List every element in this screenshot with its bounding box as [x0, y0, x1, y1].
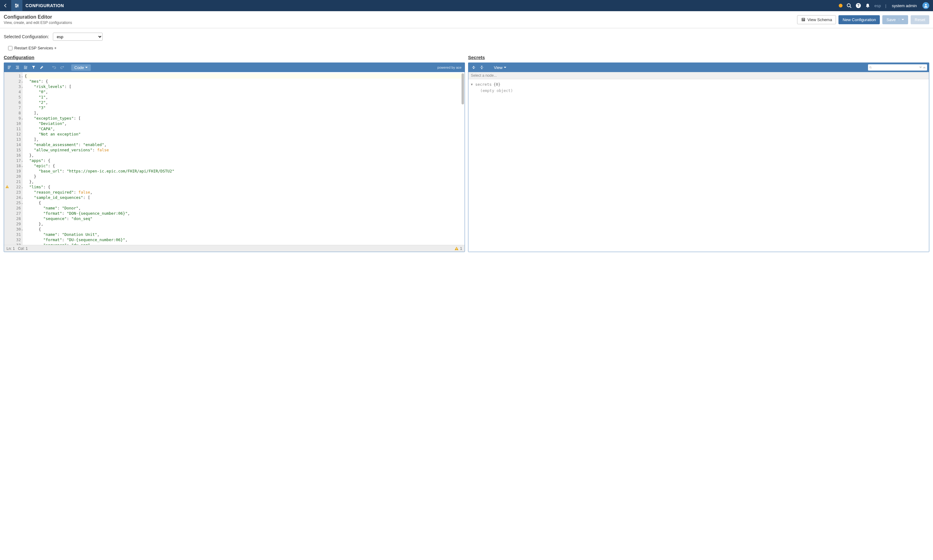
- code-line[interactable]: }: [25, 174, 465, 179]
- code-line[interactable]: "format": "DON-{sequence_number:06}",: [25, 211, 465, 216]
- code-line[interactable]: "0",: [25, 89, 465, 94]
- gutter-warning-icon: [5, 185, 9, 189]
- save-dropdown-chevron[interactable]: [899, 18, 904, 21]
- code-line[interactable]: "CAPA",: [25, 126, 465, 131]
- chevron-down-icon: [902, 18, 904, 21]
- caret-down-icon: [504, 66, 506, 69]
- code-line[interactable]: "Deviation",: [25, 121, 465, 126]
- gutter-line: 29: [4, 221, 23, 226]
- secrets-mode-label: View: [494, 65, 503, 70]
- tree-caret-icon[interactable]: ▼: [471, 83, 475, 86]
- code-line[interactable]: {: [25, 226, 465, 232]
- chevron-left-icon: [3, 3, 8, 8]
- gutter-line: 26: [4, 205, 23, 211]
- secrets-mode-dropdown[interactable]: View: [491, 64, 509, 71]
- gutter-line: 28: [4, 216, 23, 221]
- expand-all-button[interactable]: [470, 64, 477, 71]
- help-button[interactable]: ?: [856, 3, 861, 8]
- gutter-line: 10: [4, 121, 23, 126]
- search-button[interactable]: [846, 3, 852, 8]
- svg-point-6: [847, 4, 850, 7]
- code-line[interactable]: "1",: [25, 94, 465, 100]
- new-configuration-button[interactable]: New Configuration: [839, 15, 880, 24]
- secrets-title: Secrets: [468, 55, 929, 60]
- code-line[interactable]: "lims": {: [25, 184, 465, 189]
- collapse-all-button[interactable]: [478, 64, 485, 71]
- code-editor-body[interactable]: 1▾2▾3▾456789▾1011121314151617▾18▾1920212…: [4, 72, 465, 245]
- secrets-search-input[interactable]: [872, 65, 918, 69]
- code-line[interactable]: "name": "Donor",: [25, 205, 465, 211]
- gutter-line: 32: [4, 237, 23, 242]
- code-line[interactable]: },: [25, 179, 465, 184]
- secrets-tree[interactable]: ▼ secrets {0} (empty object): [468, 79, 929, 252]
- code-line[interactable]: "sample_id_sequences": [: [25, 195, 465, 200]
- gutter-line: 20: [4, 174, 23, 179]
- code-line[interactable]: "name": "Donation Unit",: [25, 232, 465, 237]
- restart-services-label: Restart ESP Services +: [14, 46, 57, 50]
- code-line[interactable]: "format": "DU-{sequence_number:06}",: [25, 237, 465, 242]
- code-line[interactable]: "base_url": "https://open-ic.epic.com/FH…: [25, 168, 465, 174]
- code-line[interactable]: },: [25, 152, 465, 158]
- gutter-line: 12: [4, 131, 23, 137]
- code-line[interactable]: "apps": {: [25, 158, 465, 163]
- config-toolbar: Code powered by ace: [4, 63, 465, 72]
- restart-services-checkbox[interactable]: [8, 46, 12, 50]
- code-line[interactable]: "epic": {: [25, 163, 465, 168]
- compact-button[interactable]: [14, 64, 21, 71]
- sort-button[interactable]: [22, 64, 29, 71]
- code-line[interactable]: {: [25, 73, 465, 78]
- gutter-line: 14: [4, 142, 23, 147]
- filter-button[interactable]: [30, 64, 37, 71]
- mode-dropdown[interactable]: Code: [71, 64, 91, 71]
- code-line[interactable]: "enable_assessment": "enabled",: [25, 142, 465, 147]
- filter-icon: [31, 65, 36, 69]
- gutter-line: 30▾: [4, 226, 23, 232]
- mode-label: Code: [74, 65, 84, 70]
- search-prev-icon[interactable]: [923, 66, 926, 69]
- code-line[interactable]: "allow_unpinned_versions": false: [25, 147, 465, 152]
- secrets-editor: View Select a node... ▼ secrets: [468, 63, 929, 252]
- notifications-button[interactable]: [865, 3, 870, 8]
- selected-config-select[interactable]: esp: [53, 32, 103, 41]
- save-button[interactable]: Save: [882, 15, 908, 24]
- avatar[interactable]: [922, 2, 929, 9]
- redo-button[interactable]: [59, 64, 66, 71]
- back-button[interactable]: [0, 0, 11, 11]
- code-line[interactable]: "sequence": "du_seq": [25, 242, 465, 245]
- sort-icon: [23, 65, 28, 69]
- undo-button[interactable]: [51, 64, 57, 71]
- status-dot: [839, 4, 842, 8]
- editor-statusbar: Ln: 1 Col: 1 1: [4, 245, 465, 252]
- format-button[interactable]: [6, 64, 13, 71]
- repair-button[interactable]: [38, 64, 45, 71]
- tree-empty-label: (empty object): [480, 88, 513, 93]
- view-schema-button[interactable]: View Schema: [797, 15, 836, 24]
- svg-text:?: ?: [857, 3, 860, 8]
- code-area[interactable]: { "mes": { "risk_levels": [ "0", "1", "2…: [23, 72, 465, 245]
- new-configuration-label: New Configuration: [842, 17, 876, 22]
- tree-root[interactable]: ▼ secrets {0}: [471, 81, 927, 87]
- editor-scrollbar[interactable]: [461, 73, 464, 105]
- code-line[interactable]: "sequence": "don_seq": [25, 216, 465, 221]
- secrets-search-box[interactable]: [868, 64, 927, 71]
- gutter-line: 15: [4, 147, 23, 152]
- reset-label: Reset: [914, 17, 925, 22]
- user-icon: [924, 3, 928, 8]
- code-line[interactable]: "Not an exception": [25, 131, 465, 137]
- code-line[interactable]: {: [25, 200, 465, 205]
- reset-button[interactable]: Reset: [911, 15, 929, 24]
- code-line[interactable]: "3": [25, 105, 465, 110]
- gutter-line: 24▾: [4, 195, 23, 200]
- code-line[interactable]: "2",: [25, 100, 465, 105]
- code-line[interactable]: ],: [25, 137, 465, 142]
- code-line[interactable]: },: [25, 221, 465, 226]
- search-next-icon[interactable]: [919, 66, 922, 69]
- format-icon: [7, 65, 11, 69]
- code-line[interactable]: "risk_levels": [: [25, 84, 465, 89]
- code-line[interactable]: "reason_required": false,: [25, 189, 465, 195]
- code-line[interactable]: "mes": {: [25, 78, 465, 84]
- code-line[interactable]: ],: [25, 110, 465, 115]
- sliders-icon: [14, 3, 19, 8]
- code-line[interactable]: "exception_types": [: [25, 115, 465, 121]
- status-line: Ln: 1: [6, 246, 15, 251]
